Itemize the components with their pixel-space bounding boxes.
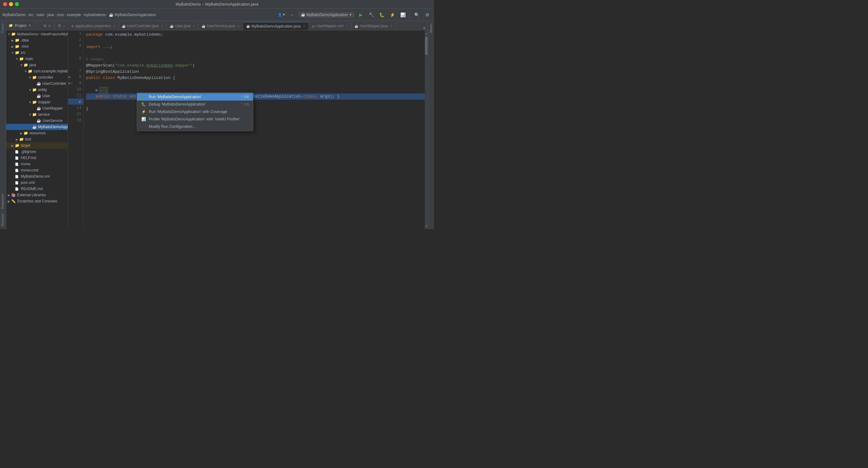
- code-line-9: public class MyBatisDemoApplication {: [86, 75, 425, 81]
- tree-item-iml[interactable]: 📄 MyBatisDemo.iml: [6, 173, 68, 179]
- title-bar: MyBatisDemo – MyBatisDemoApplication.jav…: [0, 0, 434, 9]
- scroll-up[interactable]: ▲: [425, 30, 428, 36]
- main-layout: Project Bookmarks Structure 📁 Project ▼ …: [0, 21, 434, 229]
- breadcrumb-com[interactable]: com: [57, 13, 64, 17]
- line-numbers-gutter: 1 2 3 6 7 ▶ 8 ▶ ▷ 9 10 11 ▶ 14: [68, 30, 84, 229]
- line-num-3: 3: [68, 43, 83, 49]
- locate-icon[interactable]: ⊕: [43, 24, 46, 28]
- breadcrumb-src[interactable]: src: [28, 13, 33, 17]
- gear-icon[interactable]: ⚙: [58, 24, 61, 28]
- code-editor: 1 2 3 6 7 ▶ 8 ▶ ▷ 9 10 11 ▶ 14: [68, 30, 428, 229]
- run-icon: ▶: [142, 95, 146, 99]
- line-num-8: ▶ 8: [68, 74, 83, 80]
- close-panel-icon[interactable]: –: [63, 24, 65, 28]
- options-icon[interactable]: ⋮: [52, 24, 56, 28]
- expand-tabs[interactable]: ▼: [421, 26, 428, 30]
- code-line-10: [86, 81, 425, 87]
- collapse-icon[interactable]: ≡: [48, 24, 51, 28]
- menu-item-debug-shortcut: ⌃⇧D: [241, 103, 249, 107]
- tree-item-entity[interactable]: ▼ 📁 entity: [6, 87, 68, 93]
- tree-item-mvn[interactable]: ▶ 📁 .mvn: [6, 43, 68, 50]
- tree-item-usercontroller[interactable]: ☕ UserController: [6, 81, 68, 87]
- code-content[interactable]: package com.example.mybatisdemo; import …: [84, 30, 428, 229]
- breadcrumb: MyBatisDemo › src › main › java › com › …: [2, 9, 276, 21]
- close-tab-uc[interactable]: ✕: [161, 25, 163, 28]
- tab-usercontroller[interactable]: ☕ UserController.java ✕: [119, 22, 167, 30]
- line-num-12: ▶: [68, 98, 83, 105]
- close-tab-appprops[interactable]: ✕: [113, 25, 115, 28]
- menu-item-profile[interactable]: 📊 Profile 'MyBatisDemoApplication' with …: [137, 115, 253, 123]
- tree-item-userservice[interactable]: ☕ UserService: [6, 118, 68, 124]
- tree-item-target[interactable]: ▶ 📁 target: [6, 142, 68, 149]
- close-tab-us[interactable]: ✕: [237, 25, 240, 28]
- close-tab-umx[interactable]: ✕: [345, 25, 348, 28]
- menu-item-debug[interactable]: 🐛 Debug 'MyBatisDemoApplication' ⌃⇧D: [137, 100, 253, 108]
- tree-item-mvnwcmd[interactable]: 📄 mvnw.cmd: [6, 167, 68, 173]
- build-button[interactable]: 🔨: [367, 10, 375, 19]
- search-button[interactable]: 🔍: [412, 10, 421, 19]
- run-button[interactable]: ▶: [356, 10, 365, 19]
- tree-item-package[interactable]: ▼ 📁 com.example.mybatisdemo: [6, 68, 68, 74]
- tree-item-readme[interactable]: 📄 README.md: [6, 186, 68, 192]
- run-config[interactable]: ☕ MyBatisDemoApplication ▼: [299, 12, 354, 18]
- left-vertical-tabs: Project Bookmarks Structure: [0, 21, 6, 229]
- tree-item-user[interactable]: ☕ User: [6, 93, 68, 99]
- tab-mybatisdemoapplication[interactable]: ☕ MyBatisDemoApplication.java ✕: [243, 22, 309, 30]
- tree-item-controller[interactable]: ▼ 📁 controller: [6, 74, 68, 81]
- tab-user[interactable]: ☕ User.java ✕: [167, 22, 198, 30]
- coverage-button[interactable]: ⚡: [388, 10, 397, 19]
- scroll-down[interactable]: ▼: [425, 223, 428, 229]
- tree-item-src[interactable]: ▼ 📁 src: [6, 50, 68, 56]
- menu-item-coverage[interactable]: ⚡ Run 'MyBatisDemoApplication' with Cove…: [137, 108, 253, 115]
- close-tab-user[interactable]: ✕: [193, 25, 195, 28]
- scrollbar[interactable]: ▲ ▼: [425, 30, 428, 229]
- bookmarks-tab[interactable]: Bookmarks: [0, 191, 6, 211]
- tree-item-mvnw[interactable]: 📄 mvnw: [6, 161, 68, 167]
- menu-item-run-label: Run 'MyBatisDemoApplication': [149, 95, 232, 99]
- scroll-thumb[interactable]: [425, 36, 428, 55]
- breadcrumb-example[interactable]: example: [67, 13, 81, 17]
- line-num-11: 11: [68, 92, 83, 98]
- tree-item-helpmd[interactable]: 📄 HELP.md: [6, 155, 68, 161]
- file-tree[interactable]: ▼ 📁 MyBatisDemo ~/IdeaProjects/MyBatisDe…: [6, 30, 68, 229]
- close-tab-umj[interactable]: ✕: [390, 25, 393, 28]
- tab-usermapper-xml[interactable]: 🗂 UserMapper.xml ✕: [309, 22, 351, 30]
- menu-item-modify-config[interactable]: Modify Run Configuration...: [137, 123, 253, 130]
- tree-item-external-libs[interactable]: ▶ 📚 External Libraries: [6, 192, 68, 198]
- maximize-button[interactable]: [15, 2, 19, 6]
- maven-tab[interactable]: Maven: [429, 22, 433, 34]
- breadcrumb-mybatisdemo[interactable]: MyBatisDemo: [2, 13, 26, 17]
- editor-area: ⚙ application.properties ✕ ☕ UserControl…: [68, 21, 428, 229]
- menu-item-run[interactable]: ▶ Run 'MyBatisDemoApplication' ⌃⇧R: [137, 93, 253, 100]
- tree-item-resources[interactable]: ▶ 📁 resources: [6, 130, 68, 136]
- debug-button[interactable]: 🐛: [377, 10, 386, 19]
- settings-button[interactable]: ⚙: [423, 10, 432, 19]
- tab-application-properties[interactable]: ⚙ application.properties ✕: [68, 22, 119, 30]
- tree-item-main[interactable]: ▼ 📁 main: [6, 56, 68, 62]
- tree-item-scratches[interactable]: ▶ ✏️ Scratches and Consoles: [6, 198, 68, 204]
- tab-usermapper-java[interactable]: ☕ UserMapper.java ✕: [351, 22, 396, 30]
- breadcrumb-mybatisdemo2[interactable]: mybatisdemo: [84, 13, 106, 17]
- tree-item-java[interactable]: ▼ 📁 java: [6, 62, 68, 68]
- breadcrumb-main[interactable]: main: [36, 13, 44, 17]
- tree-item-root[interactable]: ▼ 📁 MyBatisDemo ~/IdeaProjects/MyBatisDe…: [6, 31, 68, 37]
- tab-userservice[interactable]: ☕ UserService.java ✕: [198, 22, 243, 30]
- structure-tab[interactable]: Structure: [0, 211, 6, 229]
- tree-item-gitignore[interactable]: 📄 .gitignore: [6, 149, 68, 155]
- tree-item-usermapper[interactable]: ☕ UserMapper: [6, 105, 68, 111]
- menu-item-run-shortcut: ⌃⇧R: [241, 95, 249, 99]
- profiler-button[interactable]: 📊: [398, 10, 407, 19]
- back-button[interactable]: ←: [288, 10, 297, 19]
- minimize-button[interactable]: [9, 2, 13, 6]
- tree-item-service[interactable]: ▼ 📁 service: [6, 111, 68, 118]
- tree-item-pomxml[interactable]: 📄 pom.xml: [6, 179, 68, 186]
- close-button[interactable]: [3, 2, 7, 6]
- run-profile-icon[interactable]: 👤▼: [277, 10, 286, 19]
- tree-item-mapper[interactable]: ▼ 📁 mapper: [6, 99, 68, 105]
- tree-item-idea[interactable]: ▶ 📁 .idea: [6, 37, 68, 43]
- tree-item-test[interactable]: ▶ 📁 test: [6, 136, 68, 142]
- tree-item-app[interactable]: ☕ MyBatisDemoApplication: [6, 124, 68, 130]
- breadcrumb-java[interactable]: java: [47, 13, 54, 17]
- project-tab[interactable]: Project: [0, 21, 6, 36]
- close-tab-app[interactable]: ✕: [303, 25, 305, 28]
